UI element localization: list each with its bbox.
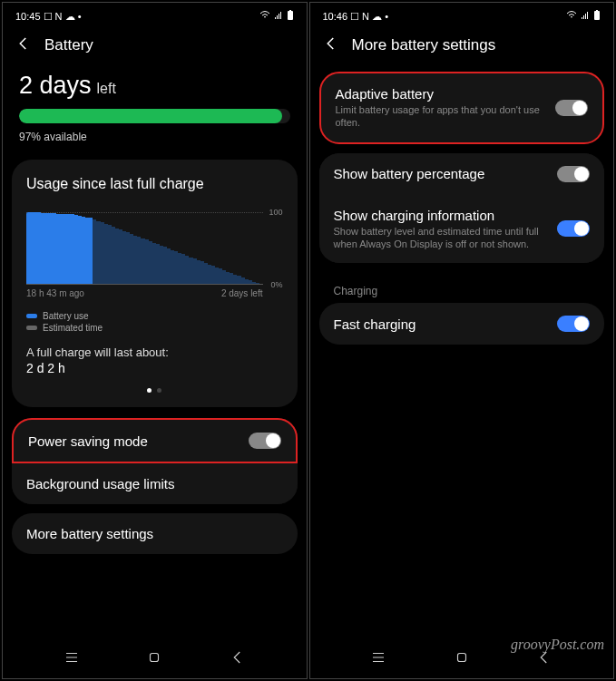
show-charging-toggle[interactable] (557, 220, 590, 237)
back-button[interactable] (536, 649, 552, 669)
adaptive-battery-label: Adaptive battery (336, 86, 556, 102)
chart-legend: Battery use Estimated time (26, 311, 283, 333)
nav-bar (3, 637, 307, 678)
usage-card[interactable]: Usage since last full charge 100 0% 18 h… (12, 160, 298, 407)
adaptive-battery-toggle[interactable] (555, 100, 588, 116)
signal-icon (274, 11, 283, 22)
status-time: 10:45 (15, 11, 41, 22)
battery-screen: 10:45 ☐ N ☁ • Battery (2, 2, 308, 679)
status-icons-left: ☐ N ☁ • (44, 11, 82, 23)
svg-rect-1 (289, 10, 291, 11)
background-limits-label: Background usage limits (26, 476, 174, 491)
y-axis-0: 0% (270, 280, 282, 289)
status-icons-right (566, 10, 601, 23)
legend-battery: Battery use (43, 311, 89, 321)
svg-rect-0 (288, 11, 293, 20)
page-title: Battery (44, 36, 93, 54)
show-charging-label: Show charging information (334, 208, 558, 223)
x-end-label: 2 days left (221, 288, 263, 298)
svg-rect-2 (151, 654, 159, 662)
header: More battery settings (310, 26, 614, 72)
show-charging-sub: Show battery level and estimated time un… (334, 225, 558, 251)
legend-swatch-estimated (26, 326, 37, 330)
charging-section-label: Charging (319, 272, 605, 303)
svg-rect-3 (594, 11, 600, 20)
show-percentage-label: Show battery percentage (334, 166, 485, 181)
time-remaining: 2 days left (12, 72, 298, 109)
battery-icon (593, 10, 601, 23)
signal-icon (581, 11, 590, 22)
home-button[interactable] (146, 649, 162, 669)
legend-swatch-battery (26, 314, 37, 318)
fast-charging-toggle[interactable] (557, 316, 590, 332)
show-charging-row[interactable]: Show charging information Show battery l… (319, 195, 605, 264)
more-settings-label: More battery settings (26, 526, 153, 541)
power-saving-row[interactable]: Power saving mode (12, 418, 298, 463)
display-group: Show battery percentage Show charging in… (319, 153, 605, 264)
show-percentage-row[interactable]: Show battery percentage (319, 153, 605, 195)
charge-est-value: 2 d 2 h (26, 361, 283, 375)
status-icons-right (259, 10, 294, 23)
power-saving-label: Power saving mode (28, 433, 148, 449)
status-icons-left: ☐ N ☁ • (350, 11, 388, 23)
nav-bar (310, 637, 614, 678)
fast-charging-row[interactable]: Fast charging (319, 303, 605, 345)
back-icon[interactable] (323, 35, 339, 55)
battery-available: 97% available (12, 131, 298, 160)
status-bar: 10:46 ☐ N ☁ • (310, 3, 614, 26)
x-start-label: 18 h 43 m ago (26, 288, 84, 298)
back-button[interactable] (230, 649, 246, 669)
back-icon[interactable] (15, 35, 32, 55)
recents-button[interactable] (370, 649, 386, 669)
status-time: 10:46 (323, 11, 348, 22)
background-limits-row[interactable]: Background usage limits (12, 463, 298, 504)
battery-progress-fill (19, 109, 282, 123)
time-suffix: left (97, 81, 116, 97)
wifi-icon (566, 11, 577, 22)
more-settings-row[interactable]: More battery settings (12, 513, 298, 554)
dot-1 (147, 388, 152, 393)
svg-rect-5 (457, 654, 465, 662)
settings-group: Power saving mode Background usage limit… (12, 418, 298, 504)
more-battery-screen: 10:46 ☐ N ☁ • More battery settings (309, 2, 615, 679)
recents-button[interactable] (64, 649, 80, 669)
show-percentage-toggle[interactable] (557, 166, 590, 182)
svg-rect-4 (596, 10, 598, 11)
page-title: More battery settings (352, 36, 496, 54)
usage-title: Usage since last full charge (26, 176, 283, 192)
battery-progress (19, 109, 290, 123)
fast-charging-label: Fast charging (334, 316, 416, 332)
y-axis-100: 100 (269, 208, 282, 217)
legend-estimated: Estimated time (43, 323, 103, 333)
charge-est-label: A full charge will last about: (26, 345, 283, 359)
dot-2 (157, 388, 161, 393)
adaptive-battery-row[interactable]: Adaptive battery Limit battery usage for… (319, 72, 605, 144)
time-value: 2 days (19, 72, 92, 100)
power-saving-toggle[interactable] (249, 433, 281, 449)
adaptive-battery-sub: Limit battery usage for apps that you do… (336, 103, 556, 130)
home-button[interactable] (454, 649, 470, 669)
status-bar: 10:45 ☐ N ☁ • (3, 3, 307, 26)
header: Battery (3, 26, 307, 72)
usage-chart: 100 0% (26, 212, 283, 285)
wifi-icon (259, 11, 270, 22)
battery-icon (287, 10, 294, 23)
page-dots (26, 388, 283, 393)
